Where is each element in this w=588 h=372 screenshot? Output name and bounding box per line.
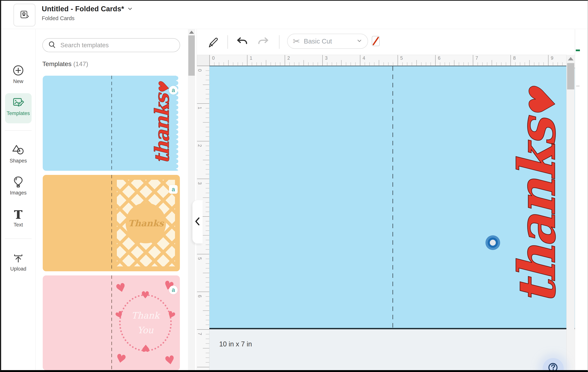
canvas-scrollbar[interactable] — [566, 55, 575, 370]
templates-count: (147) — [73, 60, 88, 67]
lattice-pattern: Thanks — [117, 180, 175, 266]
operation-type-label: Basic Cut — [304, 37, 353, 45]
ruler-h-numbers: 0123456789 — [210, 55, 576, 65]
operation-type-dropdown[interactable]: ✂ Basic Cut — [287, 34, 368, 49]
grommet-ring — [488, 238, 498, 248]
sidebar-item-text[interactable]: Text — [4, 208, 32, 228]
ruler-number: 0 — [197, 69, 202, 72]
card-thanks-medallion: Thanks — [126, 203, 166, 244]
plus-circle-icon — [4, 64, 32, 77]
access-badge: a — [169, 286, 178, 294]
redo-button[interactable] — [256, 34, 271, 50]
undo-button[interactable] — [234, 34, 249, 50]
templates-icon — [4, 96, 32, 109]
sidebar-item-upload[interactable]: Upload — [4, 252, 32, 272]
card-thank-you-text: Thank You — [119, 299, 172, 349]
ruler-horizontal: 0123456789 — [210, 55, 576, 66]
ruler-number: 6 — [438, 55, 441, 61]
access-badge: a — [169, 86, 178, 95]
edit-pencil-button[interactable] — [205, 34, 220, 50]
fold-line — [111, 175, 112, 271]
heart-shape: ♥ — [141, 289, 150, 301]
heart-shape: ♥ — [522, 90, 563, 120]
gray-indicator-dash — [576, 86, 579, 86]
project-title[interactable]: Untitled - Folded Cards* — [42, 5, 124, 13]
left-nav-rail: New Templates Shapes — [1, 29, 36, 370]
sidebar-item-images[interactable]: Images — [4, 176, 32, 196]
upload-icon — [4, 252, 32, 265]
templates-heading: Templates (147) — [42, 60, 88, 68]
ruler-number: 6 — [197, 295, 202, 298]
ruler-number: 9 — [551, 55, 553, 61]
panel-collapse-tab[interactable] — [192, 200, 203, 244]
fold-line — [111, 76, 112, 171]
mat-dimension-label: 10 in x 7 in — [219, 340, 252, 348]
home-logo-button[interactable] — [13, 4, 35, 26]
text-icon — [4, 208, 32, 221]
ruler-number: 5 — [197, 257, 202, 260]
chevron-down-icon — [356, 39, 362, 44]
sidebar-item-shapes[interactable]: Shapes — [4, 144, 32, 164]
ruler-number: 7 — [197, 333, 202, 335]
project-subtitle: Folded Cards — [42, 15, 133, 21]
ruler-number: 4 — [363, 55, 365, 61]
sidebar-item-label: Text — [4, 222, 32, 228]
shapes-icon — [4, 144, 32, 157]
toolbar-divider — [279, 35, 279, 49]
balloon-icon — [4, 176, 32, 189]
title-chevron-down-icon[interactable] — [127, 6, 133, 12]
heart-shape: ♥ — [115, 351, 127, 367]
sidebar-item-templates[interactable]: Templates — [4, 96, 32, 116]
access-badge: a — [169, 185, 178, 194]
sidebar-item-label: Images — [4, 190, 32, 196]
green-indicator-dash — [576, 50, 580, 51]
fold-line — [111, 276, 112, 370]
sidebar-item-label: Upload — [4, 266, 32, 272]
sidebar-item-label: Shapes — [4, 158, 32, 164]
template-card-thanks-blue[interactable]: thanks♥ a — [43, 76, 180, 171]
folded-card-logo-icon — [19, 9, 30, 21]
ruler-number: 8 — [513, 55, 516, 61]
grommet-circle[interactable] — [485, 235, 500, 250]
ruler-number: 2 — [287, 55, 290, 61]
ruler-corner — [197, 55, 210, 66]
search-input[interactable] — [60, 42, 166, 49]
heart-shape: ♥ — [114, 280, 128, 296]
ruler-number: 3 — [325, 55, 328, 61]
ruler-number: 3 — [197, 182, 202, 185]
nav-divider — [5, 130, 32, 131]
scroll-up-arrow-icon[interactable] — [189, 31, 194, 34]
template-card-thank-you-wreath[interactable]: ♥ ♥ ♥ ♥ ♥ ♥ ♥ ♥ Thank You a — [43, 276, 180, 370]
question-bubble-icon — [547, 362, 559, 372]
project-title-block: Untitled - Folded Cards* Folded Cards — [42, 5, 133, 21]
thanks-artwork[interactable]: thanks♥ — [506, 72, 568, 322]
ruler-number: 1 — [250, 55, 252, 61]
grommet-center — [490, 240, 496, 246]
fold-line — [392, 66, 393, 328]
ruler-number: 5 — [400, 55, 403, 61]
canvas-area: ✂ Basic Cut 0123456789 01234567 thanks♥ — [197, 29, 588, 370]
templates-panel: Templates (147) thanks♥ a Thanks a ♥ ♥ ♥ — [36, 29, 197, 370]
line-color-swatch[interactable] — [372, 36, 380, 46]
ruler-number: 2 — [197, 144, 202, 147]
templates-scrollbar[interactable] — [188, 29, 195, 370]
app-header: Untitled - Folded Cards* Folded Cards — [1, 1, 588, 29]
ruler-number: 7 — [475, 55, 478, 61]
search-icon — [48, 41, 56, 50]
scrollbar-thumb[interactable] — [567, 63, 574, 89]
scissors-icon: ✂ — [293, 36, 300, 46]
folded-card-artboard[interactable]: thanks♥ — [210, 66, 576, 329]
canvas-toolbar: ✂ Basic Cut — [197, 29, 588, 55]
chevron-left-icon — [194, 216, 201, 227]
sidebar-item-label: New — [4, 78, 32, 84]
scrollbar-thumb[interactable] — [188, 35, 195, 76]
sidebar-item-new[interactable]: New — [4, 64, 32, 84]
scroll-up-arrow-icon[interactable] — [568, 57, 574, 60]
template-search-box[interactable] — [42, 38, 180, 52]
design-app-window: Untitled - Folded Cards* Folded Cards Ne… — [0, 0, 588, 372]
sidebar-item-label: Templates — [4, 110, 32, 116]
window-right-strip — [575, 29, 588, 370]
template-card-thanks-lattice[interactable]: Thanks a — [43, 175, 180, 271]
toolbar-divider — [228, 35, 228, 49]
heart-shape: ♥ — [164, 353, 176, 368]
